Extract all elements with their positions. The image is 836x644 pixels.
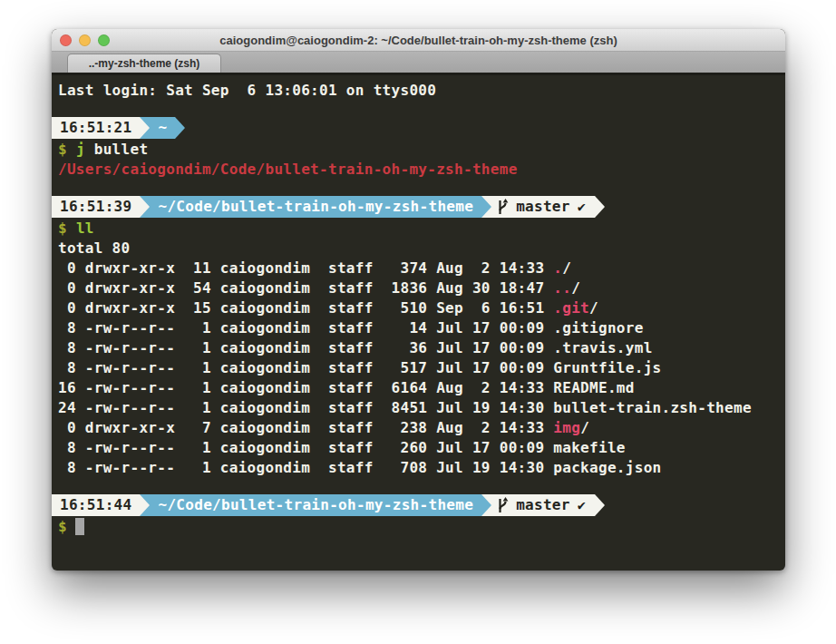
ls-file-name: package.json [553,459,661,476]
desktop-background: caiogondim@caiogondim-2: ~/Code/bullet-t… [0,0,836,644]
ls-file-name: .travis.yml [553,339,652,356]
close-window-button[interactable] [60,34,72,46]
command-input-line[interactable]: $ [58,517,785,537]
powerline-separator-icon [140,196,150,218]
powerline-separator-icon [595,196,605,218]
ls-dir-slash: / [562,259,571,277]
window-titlebar[interactable]: caiogondim@caiogondim-2: ~/Code/bullet-t… [52,29,785,52]
ls-row-meta: 0 drwxr-xr-x 15 caiogondim staff 510 Sep… [58,299,553,317]
prompt-char: $ [58,220,76,237]
prompt-line: 16:51:21 ~ [52,117,785,139]
prompt-path-segment: ~ [150,117,175,139]
tab-label: ..-my-zsh-theme (zsh) [89,57,200,70]
ls-dir-name: . [553,259,562,277]
traffic-lights [60,29,110,51]
powerline-separator-icon [175,117,185,139]
ls-row: 0 drwxr-xr-x 7 caiogondim staff 238 Aug … [58,418,785,438]
autojump-output-line: /Users/caiogondim/Code/bullet-train-oh-m… [58,160,785,180]
ls-row: 8 -rw-r--r-- 1 caiogondim staff 260 Jul … [58,438,785,458]
prompt-git-segment: master ✔ [491,196,595,218]
ls-row: 8 -rw-r--r-- 1 caiogondim staff 14 Jul 1… [58,318,785,338]
ls-row-meta: 0 drwxr-xr-x 54 caiogondim staff 1836 Au… [58,279,553,297]
window-title: caiogondim@caiogondim-2: ~/Code/bullet-t… [219,34,617,47]
zoom-window-button[interactable] [98,34,110,46]
command-args: bullet [85,141,149,158]
ls-row-meta: 8 -rw-r--r-- 1 caiogondim staff 260 Jul … [58,439,553,456]
blank-line [58,101,785,116]
ls-row: 24 -rw-r--r-- 1 caiogondim staff 8451 Ju… [58,398,785,418]
ls-dir-name: img [553,419,580,436]
tab-bar: ..-my-zsh-theme (zsh) [52,52,785,75]
ls-row-meta: 8 -rw-r--r-- 1 caiogondim staff 708 Jul … [58,459,553,476]
ls-row: 16 -rw-r--r-- 1 caiogondim staff 6164 Au… [58,378,785,398]
prompt-line: 16:51:44 ~/Code/bullet-train-oh-my-zsh-t… [52,494,785,516]
ls-row: 0 drwxr-xr-x 54 caiogondim staff 1836 Au… [58,278,785,298]
minimize-window-button[interactable] [79,34,91,46]
git-branch-name: master [516,197,570,217]
powerline-separator-icon [481,494,491,516]
powerline-separator-icon [481,196,491,218]
powerline-separator-icon [140,117,150,139]
git-branch-icon [497,199,509,216]
ls-file-name: .gitignore [553,319,643,337]
ls-row: 0 drwxr-xr-x 11 caiogondim staff 374 Aug… [58,259,785,278]
prompt-path-segment: ~/Code/bullet-train-oh-my-zsh-theme [150,196,481,218]
ls-dir-name: .git [553,299,589,317]
ls-file-name: README.md [553,379,634,396]
powerline-separator-icon [140,494,150,516]
terminal-cursor [75,518,84,535]
ls-dir-slash: / [571,279,580,297]
ls-row-meta: 8 -rw-r--r-- 1 caiogondim staff 36 Jul 1… [58,339,553,356]
ls-row-meta: 0 drwxr-xr-x 11 caiogondim staff 374 Aug… [58,259,553,277]
ls-dir-name: .. [553,279,571,297]
blank-line [58,478,785,493]
command-text: ll [76,220,94,237]
ls-dir-slash: / [580,419,589,436]
powerline-separator-icon [595,494,605,516]
prompt-git-segment: master ✔ [491,494,595,516]
ls-file-name: Gruntfile.js [553,359,661,376]
git-branch-name: master [516,495,570,515]
ls-row-meta: 8 -rw-r--r-- 1 caiogondim staff 517 Jul … [58,359,553,376]
ls-row-meta: 8 -rw-r--r-- 1 caiogondim staff 14 Jul 1… [58,319,553,337]
ls-total-line: total 80 [58,239,785,259]
prompt-path-segment: ~/Code/bullet-train-oh-my-zsh-theme [150,494,481,516]
prompt-time-segment: 16:51:39 [52,196,140,218]
ls-row: 8 -rw-r--r-- 1 caiogondim staff 708 Jul … [58,458,785,478]
command-line: $ j bullet [58,140,785,160]
ls-row: 0 drwxr-xr-x 15 caiogondim staff 510 Sep… [58,298,785,318]
prompt-time-segment: 16:51:21 [52,117,140,139]
last-login-line: Last login: Sat Sep 6 13:06:01 on ttys00… [58,81,785,101]
ls-dir-slash: / [589,299,598,317]
command-text: j [76,141,85,158]
git-branch-icon [497,497,509,514]
terminal-tab[interactable]: ..-my-zsh-theme (zsh) [67,54,221,73]
ls-file-name: bullet-train.zsh-theme [553,399,752,416]
command-line: $ ll [58,219,785,239]
prompt-line: 16:51:39 ~/Code/bullet-train-oh-my-zsh-t… [52,196,785,218]
git-clean-check-icon: ✔ [578,197,586,217]
ls-row: 8 -rw-r--r-- 1 caiogondim staff 517 Jul … [58,358,785,378]
ls-file-name: makefile [553,439,625,456]
ls-row-meta: 0 drwxr-xr-x 7 caiogondim staff 238 Aug … [58,419,553,436]
terminal-content[interactable]: Last login: Sat Sep 6 13:06:01 on ttys00… [52,75,785,571]
ls-row-meta: 24 -rw-r--r-- 1 caiogondim staff 8451 Ju… [58,399,553,416]
ls-row: 8 -rw-r--r-- 1 caiogondim staff 36 Jul 1… [58,338,785,358]
prompt-char: $ [58,518,67,535]
terminal-window: caiogondim@caiogondim-2: ~/Code/bullet-t… [52,29,785,571]
prompt-time-segment: 16:51:44 [52,494,140,516]
ls-row-meta: 16 -rw-r--r-- 1 caiogondim staff 6164 Au… [58,379,553,396]
git-clean-check-icon: ✔ [578,495,586,515]
prompt-char: $ [58,141,76,158]
blank-line [58,180,785,195]
